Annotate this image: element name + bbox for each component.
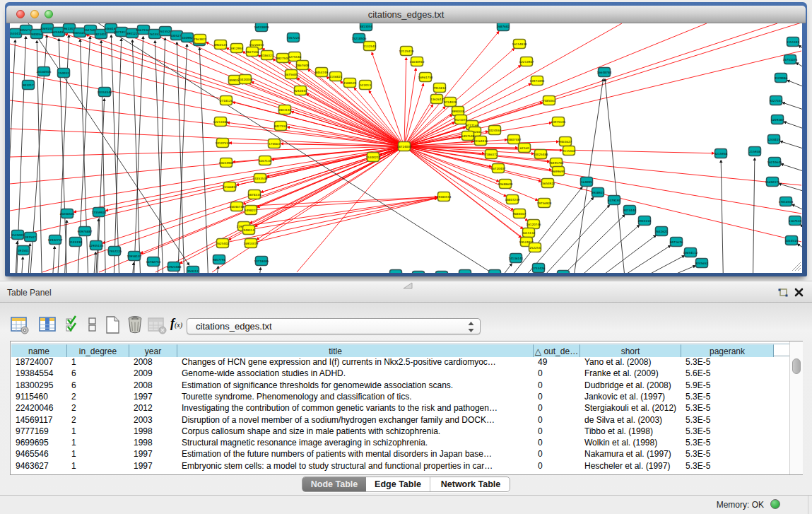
graph-node[interactable]: 14136141	[509, 254, 524, 263]
cell[interactable]: Wolkin et al. (1998)	[580, 437, 681, 448]
graph-node[interactable]: 16640910	[410, 57, 425, 66]
column-header-pagerank[interactable]: pagerank	[681, 344, 774, 357]
graph-node[interactable]: 13718485	[254, 257, 269, 266]
cell[interactable]: Embryonic stem cells: a model to study s…	[177, 460, 534, 472]
cell[interactable]: Dudbridge et al. (2008)	[580, 380, 681, 391]
cell[interactable]: 0	[534, 448, 580, 460]
graph-node[interactable]: 1132543	[363, 42, 377, 51]
table-panel-titlebar[interactable]: Table Panel	[0, 281, 812, 303]
graph-node[interactable]: 16120746	[526, 220, 541, 229]
table-vertical-scrollbar[interactable]	[789, 341, 803, 474]
graph-node[interactable]: 20353346	[98, 88, 112, 97]
graph-node[interactable]: 5878334	[248, 190, 261, 199]
graph-node[interactable]: 1733426	[532, 264, 546, 273]
delete-column-disabled-icon[interactable]	[148, 313, 169, 337]
cell[interactable]: 1	[67, 448, 129, 460]
cell[interactable]: Yano et al. (2008)	[580, 356, 681, 368]
table-row[interactable]: 1456911722003Disruption of a novel membe…	[11, 414, 789, 426]
cell[interactable]: Jankovic et al. (1997)	[580, 391, 681, 402]
graph-node[interactable]: 164095	[581, 177, 593, 187]
graph-node[interactable]: 18807249	[505, 195, 520, 204]
graph-node[interactable]: 1024554	[488, 126, 502, 135]
graph-node[interactable]: 948414	[243, 226, 255, 235]
graph-node[interactable]: 17957225	[107, 247, 122, 256]
cell[interactable]: 0	[534, 414, 580, 426]
graph-node[interactable]: 522013	[360, 81, 372, 90]
cell[interactable]: 9699695	[11, 437, 67, 448]
cell[interactable]: 9463627	[11, 460, 67, 472]
graph-node[interactable]: 17016504	[779, 197, 794, 206]
graph-node[interactable]: 7386372	[485, 150, 498, 159]
graph-node[interactable]: 9129986	[775, 74, 788, 83]
cell[interactable]: 14569117	[11, 414, 67, 426]
cell[interactable]: Franke et al. (2009)	[580, 368, 681, 379]
graph-node[interactable]: 8813054	[360, 23, 373, 31]
graph-node[interactable]: 10107553	[216, 139, 230, 148]
delete-table-icon[interactable]	[126, 313, 145, 337]
table-row[interactable]: 1830029562008Estimation of significance …	[11, 380, 789, 391]
cell[interactable]: 9777169	[11, 426, 67, 437]
cell[interactable]: 0	[534, 391, 580, 402]
column-header-short[interactable]: short	[580, 344, 681, 357]
cell[interactable]: 1997	[129, 448, 177, 460]
cell[interactable]: Investigating the contribution of common…	[177, 402, 534, 414]
graph-node[interactable]: 20364436	[473, 136, 488, 146]
cell[interactable]: Estimation of significance thresholds fo…	[177, 380, 534, 391]
table-row[interactable]: 911546021997Tourette syndrome. Phenomeno…	[11, 391, 789, 402]
graph-node[interactable]: 15692371	[765, 177, 780, 187]
graph-node[interactable]: 150032	[58, 69, 70, 78]
cell[interactable]: 0	[534, 380, 580, 391]
cell[interactable]: Hescheler et al. (1997)	[580, 460, 681, 472]
graph-node[interactable]: 12213383	[213, 117, 228, 127]
cell[interactable]: Stergiakouli et al. (2012)	[580, 402, 681, 414]
graph-node[interactable]: 9827506	[246, 47, 259, 57]
cell[interactable]: 1	[67, 356, 129, 368]
graph-node[interactable]: 1588520	[343, 78, 357, 88]
memory-status-indicator[interactable]	[770, 499, 780, 509]
cell[interactable]: Corpus callosum shape and size in male p…	[177, 426, 534, 437]
graph-node[interactable]: 924504	[558, 271, 570, 274]
graph-node[interactable]: 5498222	[245, 206, 258, 215]
table-row[interactable]: 946362711997Embryonic stem cells: a mode…	[11, 460, 789, 472]
graph-node[interactable]: 15300215	[366, 153, 381, 162]
canvas-resize-grip[interactable]	[792, 262, 801, 271]
graph-node[interactable]: 12923488	[167, 262, 182, 271]
graph-node[interactable]: 12213967	[519, 57, 534, 66]
cell[interactable]: 18724007	[11, 356, 67, 368]
cell[interactable]: Genome-wide association studies in ADHD.	[177, 368, 534, 379]
graph-node[interactable]: 16720407	[491, 164, 506, 173]
graph-node[interactable]: 9245652	[695, 259, 709, 268]
graph-node[interactable]: 16782753	[146, 257, 161, 267]
table-row[interactable]: 1938455462009Genome-wide association stu…	[11, 368, 789, 379]
cell[interactable]: 5.3E-5	[681, 356, 774, 368]
graph-node[interactable]: 90975887	[78, 227, 93, 236]
graph-node[interactable]: 5912954	[230, 44, 244, 53]
graph-node[interactable]: 2935114	[638, 216, 652, 226]
cell[interactable]: 5.6E-5	[681, 368, 774, 379]
graph-node[interactable]: 10654112	[683, 248, 698, 257]
graph-node[interactable]: 330992	[182, 33, 194, 42]
graph-node[interactable]: 17359924	[92, 208, 107, 217]
cell[interactable]: 1	[67, 437, 129, 448]
graph-node[interactable]: 170063	[269, 139, 281, 148]
graph-node[interactable]: 13975105	[551, 117, 566, 127]
graph-node[interactable]: 8960124	[214, 40, 228, 49]
graph-node[interactable]: 9827508	[276, 54, 290, 63]
cell[interactable]: 9465546	[11, 448, 67, 460]
table-row[interactable]: 2242004622012Investigating the contribut…	[11, 402, 789, 414]
graph-node[interactable]: 2803144	[278, 105, 292, 115]
graph-node[interactable]: 9227343	[770, 96, 783, 105]
column-header-year[interactable]: year	[129, 344, 177, 357]
cell[interactable]: Nakamura et al. (1997)	[580, 448, 681, 460]
cell[interactable]: Changes of HCN gene expression and I(f) …	[177, 356, 534, 368]
cell[interactable]: 2009	[129, 368, 177, 379]
cell[interactable]: 0	[534, 426, 580, 437]
graph-node[interactable]: 996712	[436, 271, 448, 274]
scrollbar-thumb[interactable]	[792, 358, 801, 374]
graph-node[interactable]: 15751074	[783, 55, 798, 64]
graph-node[interactable]: 10688609	[498, 180, 513, 189]
cell[interactable]: 2	[67, 414, 129, 426]
select-columns-icon[interactable]	[65, 313, 81, 337]
graph-node[interactable]: 10224578	[488, 270, 502, 274]
cell[interactable]: Structural magnetic resonance image aver…	[177, 437, 534, 448]
